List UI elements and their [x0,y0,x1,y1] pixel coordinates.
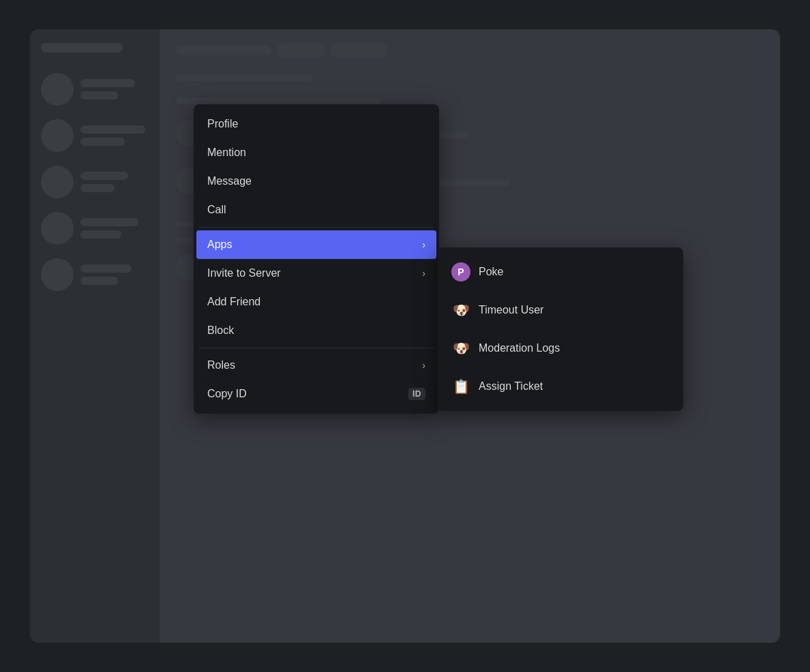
submenu-item-label: Moderation Logs [479,342,560,354]
menu-item-add-friend[interactable]: Add Friend [196,288,436,316]
bg-avatar [41,119,74,152]
submenu-item-moderation-logs[interactable]: 🐶 Moderation Logs [440,329,680,367]
submenu-item-label: Poke [479,266,503,278]
bg-pill [330,43,388,58]
bg-main-header [176,46,271,55]
menu-divider [199,348,434,348]
bg-avatar [41,212,74,245]
assign-ticket-icon: 📋 [451,377,470,396]
menu-item-label: Apps [207,239,232,251]
chevron-right-icon: › [422,360,425,371]
menu-item-copy-id[interactable]: Copy ID ID [196,380,436,408]
menu-item-profile[interactable]: Profile [196,110,436,138]
menu-item-message[interactable]: Message [196,167,436,196]
timeout-user-icon: 🐶 [451,301,470,320]
bg-text-line [80,125,145,134]
submenu-item-label: Assign Ticket [479,380,543,393]
bg-line [176,97,380,104]
menu-item-block[interactable]: Block [196,316,436,345]
bg-text-line [80,230,121,239]
menu-item-label: Invite to Server [207,267,281,279]
bg-sidebar-row [41,119,149,152]
submenu: P Poke 🐶 Timeout User 🐶 Moderation Logs … [438,247,683,411]
menu-item-roles[interactable]: Roles › [196,351,436,380]
chevron-right-icon: › [422,268,425,279]
bg-sidebar-row [41,258,149,291]
submenu-item-label: Timeout User [479,304,543,316]
bg-text-line [80,277,118,285]
bg-text-line [80,264,132,273]
bg-avatar [41,73,74,106]
copy-id-badge: ID [408,388,425,400]
menu-item-label: Profile [207,118,238,130]
bg-text-line [80,79,135,87]
moderation-logs-icon: 🐶 [451,339,470,358]
bg-avatar [41,258,74,291]
bg-sidebar-row [41,73,149,106]
menu-item-label: Mention [207,147,246,159]
menu-item-apps[interactable]: Apps › [196,230,436,259]
menu-divider [199,227,434,228]
background-sidebar [30,29,160,643]
context-menu: Profile Mention Message Call Apps › Invi… [194,104,439,414]
bg-text-line [80,184,115,192]
menu-item-label: Copy ID [207,388,247,400]
submenu-item-poke[interactable]: P Poke [440,253,680,291]
menu-item-label: Call [207,204,226,216]
menu-item-label: Block [207,324,234,337]
bg-sidebar-row [41,212,149,245]
bg-header-bar [41,43,123,52]
bg-text-line [80,172,128,180]
chevron-right-icon: › [422,239,425,250]
bg-line [176,74,312,81]
poke-icon: P [451,262,470,281]
submenu-item-timeout-user[interactable]: 🐶 Timeout User [440,291,680,329]
menu-item-invite-to-server[interactable]: Invite to Server › [196,259,436,288]
bg-avatar [41,166,74,198]
bg-sidebar-row [41,166,149,198]
bg-text-line [80,91,118,100]
bg-text-line [80,218,138,226]
bg-text-line [80,138,125,146]
menu-item-label: Message [207,175,252,187]
submenu-item-assign-ticket[interactable]: 📋 Assign Ticket [440,367,680,406]
menu-item-call[interactable]: Call [196,196,436,224]
menu-item-label: Add Friend [207,296,260,308]
menu-item-mention[interactable]: Mention [196,138,436,167]
bg-pill [277,43,325,58]
menu-item-label: Roles [207,359,235,371]
app-window: Profile Mention Message Call Apps › Invi… [30,29,780,643]
